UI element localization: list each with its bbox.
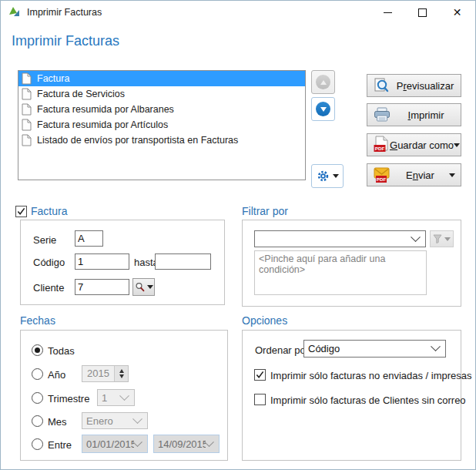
fecha-hasta-picker-disabled: 14/09/2015 xyxy=(153,435,220,453)
fecha-desde-picker-disabled: 01/01/2015 xyxy=(82,435,148,453)
filtrar-group-title: Filtrar por xyxy=(242,205,288,217)
arrow-down-icon xyxy=(316,102,330,116)
mes-select-disabled: Enero xyxy=(82,412,148,429)
document-icon xyxy=(22,134,32,146)
radio-ano[interactable] xyxy=(32,368,43,380)
imprimir-label: Imprimir xyxy=(391,109,461,121)
dropdown-arrow-icon xyxy=(449,173,455,177)
radio-mes-label: Mes xyxy=(48,416,67,428)
mes-value: Enero xyxy=(82,415,134,427)
list-item-label: Listado de envíos por transportista en F… xyxy=(37,135,238,146)
no-enviadas-checkbox[interactable] xyxy=(254,369,266,381)
cliente-input[interactable] xyxy=(75,279,129,295)
spinner-arrows xyxy=(114,366,128,381)
minimize-icon xyxy=(384,12,392,13)
chevron-down-icon xyxy=(119,391,129,401)
codigo-hasta-input[interactable] xyxy=(155,253,211,270)
chevron-down-icon xyxy=(204,437,214,447)
list-item-factura[interactable]: Factura xyxy=(18,71,305,86)
factura-group-title: Factura xyxy=(31,205,67,217)
codigo-label: Código xyxy=(33,257,65,268)
maximize-button[interactable] xyxy=(405,1,440,24)
enviar-button[interactable]: PDF Enviar xyxy=(367,163,461,186)
printer-icon xyxy=(373,106,391,123)
pdf-file-icon: PDF xyxy=(373,136,390,154)
guardar-como-button[interactable]: PDF Guardar como xyxy=(367,133,461,156)
radio-entre[interactable] xyxy=(32,438,43,450)
filter-condition-area[interactable]: <Pinche aquí para añadir una condición> xyxy=(254,250,427,295)
factura-checkbox[interactable] xyxy=(15,206,27,217)
close-icon: ✕ xyxy=(453,7,462,18)
svg-text:PDF: PDF xyxy=(377,176,387,182)
check-icon xyxy=(17,207,25,216)
filter-condition-placeholder: <Pinche aquí para añadir una condición> xyxy=(259,253,385,275)
preview-icon xyxy=(373,77,390,94)
cliente-search-button[interactable] xyxy=(132,278,155,296)
gear-icon xyxy=(317,170,330,183)
imprimir-button[interactable]: Imprimir xyxy=(367,103,461,126)
radio-todas[interactable] xyxy=(32,344,43,356)
fechas-group-title: Fechas xyxy=(20,314,55,327)
ordenar-por-combobox[interactable]: Código xyxy=(303,340,446,358)
radio-mes[interactable] xyxy=(32,415,43,427)
imprimir-facturas-window: Imprimir Facturas ✕ Imprimir Facturas Fa… xyxy=(0,0,476,470)
report-listbox[interactable]: Factura Factura de Servicios Factura res… xyxy=(18,70,306,180)
radio-dot xyxy=(35,347,40,353)
list-item-label: Factura resumida por Albaranes xyxy=(37,104,174,115)
spin-down-icon xyxy=(119,374,124,378)
document-icon xyxy=(22,72,32,85)
trimestre-select-disabled: 1 xyxy=(97,389,135,406)
radio-entre-label: Entre xyxy=(48,439,72,451)
serie-input[interactable] xyxy=(75,230,103,247)
maximize-icon xyxy=(418,8,427,17)
list-item-resumida-articulos[interactable]: Factura resumida por Artículos xyxy=(18,117,305,133)
fecha-hasta-value: 14/09/2015 xyxy=(154,438,206,450)
guardar-como-label: Guardar como xyxy=(390,139,454,151)
window-title: Imprimir Facturas xyxy=(27,1,102,24)
opciones-group-title: Opciones xyxy=(242,314,287,327)
previsualizar-button[interactable]: Previsualizar xyxy=(367,74,461,97)
app-logo-icon xyxy=(8,6,21,18)
document-icon xyxy=(22,119,32,131)
ordenar-por-label: Ordenar por xyxy=(255,344,309,356)
svg-text:PDF: PDF xyxy=(375,146,385,151)
list-item-listado-envios[interactable]: Listado de envíos por transportista en F… xyxy=(18,133,305,148)
spin-up-icon xyxy=(119,369,124,373)
close-button[interactable]: ✕ xyxy=(440,1,474,24)
chevron-down-icon xyxy=(411,232,421,242)
list-item-label: Factura resumida por Artículos xyxy=(37,119,168,130)
page-title: Imprimir Facturas xyxy=(12,33,119,49)
ano-value: 2015 xyxy=(82,366,114,381)
radio-todas-label: Todas xyxy=(48,345,75,357)
list-item-resumida-albaranes[interactable]: Factura resumida por Albaranes xyxy=(18,102,305,117)
check-icon xyxy=(256,371,264,379)
minimize-button[interactable] xyxy=(370,1,405,24)
dropdown-arrow-icon xyxy=(444,237,451,241)
dropdown-arrow-icon xyxy=(147,285,153,289)
settings-button[interactable] xyxy=(311,164,344,188)
previsualizar-label: Previsualizar xyxy=(390,80,461,92)
fecha-desde-value: 01/01/2015 xyxy=(82,438,134,450)
dropdown-arrow-icon xyxy=(333,174,339,178)
list-item-label: Factura xyxy=(37,73,69,84)
codigo-desde-input[interactable] xyxy=(75,253,129,270)
list-item-factura-servicios[interactable]: Factura de Servicios xyxy=(18,86,305,102)
trimestre-value: 1 xyxy=(98,392,121,404)
no-enviadas-label: Imprimir sólo facturas no enviadas / imp… xyxy=(270,370,472,381)
radio-ano-label: Año xyxy=(48,369,65,381)
document-icon xyxy=(22,88,32,100)
filter-field-combobox[interactable] xyxy=(254,230,426,247)
move-up-button[interactable] xyxy=(311,70,335,94)
radio-trimestre-label: Trimestre xyxy=(48,393,89,405)
enviar-label: Enviar xyxy=(391,170,449,181)
filter-button-disabled xyxy=(430,230,454,247)
title-bar: Imprimir Facturas ✕ xyxy=(1,1,475,24)
radio-trimestre[interactable] xyxy=(32,392,43,404)
move-down-button[interactable] xyxy=(311,97,335,121)
serie-label: Serie xyxy=(33,234,56,246)
cliente-label: Cliente xyxy=(33,282,64,294)
email-pdf-icon: PDF xyxy=(373,166,391,184)
chevron-down-icon xyxy=(431,341,441,351)
funnel-icon xyxy=(433,234,442,243)
sin-correo-checkbox[interactable] xyxy=(254,394,266,405)
